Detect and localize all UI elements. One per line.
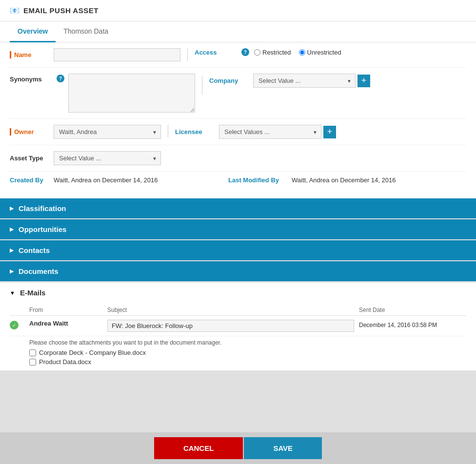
meta-row: Created By Waitt, Andrea on December 14,… <box>10 172 466 189</box>
divider3 <box>168 125 168 137</box>
contacts-arrow: ▶ <box>10 247 14 253</box>
email-status: ✓ <box>10 320 29 329</box>
section-documents[interactable]: ▶ Documents <box>0 261 476 281</box>
access-field-group: Access ? Restricted Unrestricted <box>195 48 466 56</box>
licensee-label: Licensee <box>175 128 219 135</box>
emails-table-header: From Subject Sent Date <box>10 303 466 316</box>
tab-overview[interactable]: Overview <box>10 21 56 42</box>
emails-table: From Subject Sent Date ✓ Andrea Waitt De… <box>0 303 476 370</box>
email-status-circle: ✓ <box>10 321 19 329</box>
form-area: Name Access ? Restricted Unrestricted <box>0 42 476 198</box>
synonyms-field-group: Synonyms ? <box>10 74 195 113</box>
attachments-area: Please choose the attachments you want t… <box>10 336 466 370</box>
licensee-select[interactable]: Select Values ... <box>219 125 321 139</box>
attachment-item-2: Product Data.docx <box>29 358 466 366</box>
opportunities-arrow: ▶ <box>10 226 14 232</box>
owner-label: Owner <box>10 128 54 135</box>
attachment-checkbox-2[interactable] <box>29 359 36 366</box>
synonyms-textarea[interactable] <box>68 74 195 113</box>
documents-arrow: ▶ <box>10 268 14 274</box>
created-by-value: Waitt, Andrea on December 14, 2016 <box>54 176 228 184</box>
name-label: Name <box>10 51 54 58</box>
page-header: 📧 EMAIL PUSH ASSET <box>0 0 476 21</box>
company-select[interactable]: Select Value ... <box>253 74 356 88</box>
access-help-icon[interactable]: ? <box>241 48 249 56</box>
asset-type-select[interactable]: Select Value ... <box>54 151 161 165</box>
synonyms-label: Synonyms <box>10 74 54 83</box>
owner-select[interactable]: Waitt, Andrea <box>54 125 161 139</box>
collapsible-sections: ▶ Classification ▶ Opportunities ▶ Conta… <box>0 198 476 281</box>
access-radio-group: Restricted Unrestricted <box>254 49 341 56</box>
email-icon: 📧 <box>10 6 20 15</box>
email-row: ✓ Andrea Waitt December 14, 2016 03:58 P… <box>10 316 466 336</box>
classification-arrow: ▶ <box>10 205 14 212</box>
emails-title: E-Mails <box>20 289 46 297</box>
asset-type-select-wrapper: Select Value ... ▼ <box>54 151 161 165</box>
restricted-radio-label[interactable]: Restricted <box>254 49 291 56</box>
email-from: Andrea Waitt <box>29 320 107 327</box>
name-field-group: Name <box>10 48 180 61</box>
save-button[interactable]: SAVE <box>244 437 322 459</box>
licensee-add-button[interactable]: + <box>323 126 336 138</box>
synonyms-help-icon[interactable]: ? <box>57 75 64 82</box>
emails-section: ▼ E-Mails From Subject Sent Date ✓ Andre… <box>0 282 476 370</box>
section-opportunities[interactable]: ▶ Opportunities <box>0 219 476 239</box>
company-field-group: Company Select Value ... ▼ + <box>209 74 466 88</box>
classification-title: Classification <box>19 204 66 213</box>
email-subject-input[interactable] <box>107 320 354 332</box>
created-by-label: Created By <box>10 176 54 184</box>
licensee-field-group: Licensee Select Values ... ▼ + <box>175 125 466 139</box>
name-access-row: Name Access ? Restricted Unrestricted <box>10 42 466 68</box>
tab-thomson-data[interactable]: Thomson Data <box>56 21 116 42</box>
company-select-wrapper: Select Value ... ▼ <box>253 74 356 88</box>
contacts-title: Contacts <box>19 246 50 254</box>
attachment-note: Please choose the attachments you want t… <box>29 339 466 346</box>
owner-select-wrapper: Waitt, Andrea ▼ <box>54 125 161 139</box>
attachment-checkbox-1[interactable] <box>29 349 36 356</box>
emails-header[interactable]: ▼ E-Mails <box>0 282 476 303</box>
opportunities-title: Opportunities <box>19 225 66 233</box>
company-label: Company <box>209 77 253 84</box>
documents-title: Documents <box>19 267 59 275</box>
company-add-button[interactable]: + <box>357 75 370 87</box>
access-label: Access <box>195 49 238 56</box>
unrestricted-radio[interactable] <box>299 49 305 56</box>
asset-type-row: Asset Type Select Value ... ▼ <box>10 145 466 172</box>
attachment-item-1: Corporate Deck - Company Blue.docx <box>29 349 466 356</box>
owner-licensee-row: Owner Waitt, Andrea ▼ Licensee Select Va… <box>10 119 466 145</box>
tab-bar: Overview Thomson Data <box>0 21 476 42</box>
emails-arrow: ▼ <box>10 290 15 296</box>
divider2 <box>202 76 202 95</box>
asset-type-field-group: Asset Type Select Value ... ▼ <box>10 151 161 165</box>
col-sent-header: Sent Date <box>359 307 466 313</box>
unrestricted-radio-label[interactable]: Unrestricted <box>299 49 341 56</box>
owner-field-group: Owner Waitt, Andrea ▼ <box>10 125 161 139</box>
cancel-button[interactable]: CANCEL <box>154 437 243 459</box>
last-modified-by-label: Last Modified By <box>228 176 292 184</box>
email-sent-date: December 14, 2016 03:58 PM <box>359 320 466 329</box>
page-title: EMAIL PUSH ASSET <box>23 6 99 15</box>
attachment-name-2: Product Data.docx <box>39 358 91 366</box>
restricted-radio[interactable] <box>254 49 260 56</box>
divider <box>187 48 188 61</box>
col-subject-header: Subject <box>107 307 359 313</box>
asset-type-label: Asset Type <box>10 155 54 162</box>
licensee-select-wrapper: Select Values ... ▼ <box>219 125 321 139</box>
footer: CANCEL SAVE <box>0 432 476 464</box>
col-from-header: From <box>29 307 107 313</box>
synonyms-company-row: Synonyms ? Company Select Value ... ▼ + <box>10 68 466 119</box>
section-classification[interactable]: ▶ Classification <box>0 198 476 218</box>
attachment-name-1: Corporate Deck - Company Blue.docx <box>39 349 146 356</box>
section-contacts[interactable]: ▶ Contacts <box>0 240 476 260</box>
name-input[interactable] <box>54 48 180 61</box>
last-modified-by-value: Waitt, Andrea on December 14, 2016 <box>292 176 466 184</box>
